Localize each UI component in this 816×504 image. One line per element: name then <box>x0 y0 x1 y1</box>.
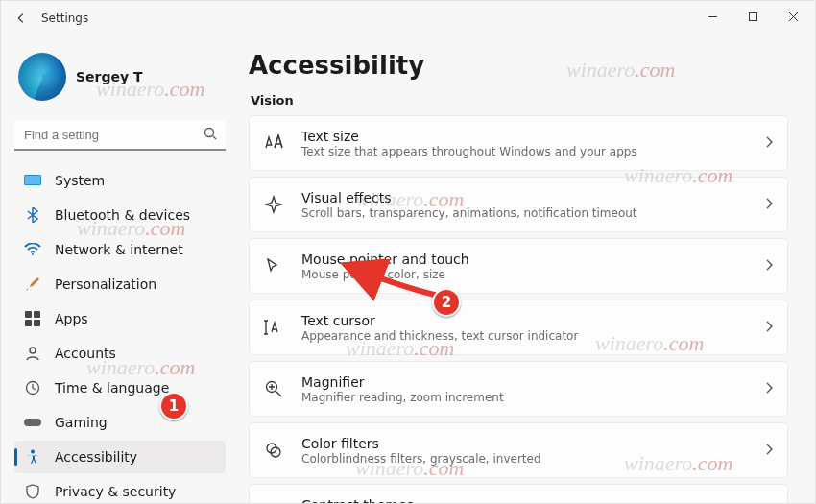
search-input[interactable] <box>14 120 226 151</box>
sidebar-item-time[interactable]: Time & language <box>14 372 226 404</box>
settings-window: Settings Sergey T <box>0 0 816 504</box>
sidebar-item-label: Accessibility <box>55 449 137 465</box>
card-text: Text cursor Appearance and thickness, te… <box>301 313 747 343</box>
page-title: Accessibility <box>249 51 788 80</box>
sidebar-item-accessibility[interactable]: Accessibility <box>14 441 226 473</box>
chevron-right-icon <box>764 380 774 398</box>
minimize-button[interactable] <box>692 3 732 30</box>
annotation-badge-1: 1 <box>159 392 188 420</box>
color-filters-icon <box>263 440 284 461</box>
sidebar-nav: System Bluetooth & devices Network & int… <box>14 164 226 504</box>
card-text: Magnifier Magnifier reading, zoom increm… <box>301 374 747 404</box>
svg-rect-7 <box>25 320 32 326</box>
sidebar-item-label: Privacy & security <box>55 484 176 499</box>
card-color-filters[interactable]: Color filters Colorblindness filters, gr… <box>249 422 788 478</box>
chevron-right-icon <box>764 134 774 153</box>
chevron-right-icon <box>764 196 774 214</box>
card-text-size[interactable]: Text size Text size that appears through… <box>249 115 788 171</box>
app-title: Settings <box>41 12 88 25</box>
card-title: Color filters <box>301 436 747 451</box>
person-icon <box>24 345 41 362</box>
svg-point-14 <box>267 444 276 453</box>
card-subtitle: Colorblindness filters, grayscale, inver… <box>301 452 747 466</box>
sparkle-icon <box>263 194 284 215</box>
card-text: Color filters Colorblindness filters, gr… <box>301 436 747 466</box>
card-subtitle: Text size that appears throughout Window… <box>301 145 747 158</box>
sidebar-item-accounts[interactable]: Accounts <box>14 337 226 370</box>
text-cursor-icon <box>263 317 284 338</box>
text-size-icon <box>263 132 284 154</box>
sidebar-item-personalization[interactable]: Personalization <box>14 268 226 300</box>
shield-icon <box>24 483 41 500</box>
gamepad-icon <box>24 414 41 431</box>
sidebar-item-label: Time & language <box>55 380 169 396</box>
svg-rect-8 <box>34 320 40 326</box>
card-title: Mouse pointer and touch <box>301 252 747 267</box>
card-magnifier[interactable]: Magnifier Magnifier reading, zoom increm… <box>249 361 788 417</box>
system-icon <box>24 172 41 189</box>
account-block[interactable]: Sergey T <box>14 45 226 114</box>
content-area[interactable]: Accessibility Vision Text size Text size… <box>239 36 815 503</box>
sidebar-item-privacy[interactable]: Privacy & security <box>14 475 226 504</box>
account-name: Sergey T <box>76 69 143 84</box>
svg-point-12 <box>31 450 35 454</box>
contrast-icon <box>263 501 284 503</box>
body: Sergey T System <box>1 36 815 503</box>
sidebar-item-system[interactable]: System <box>14 164 226 197</box>
wifi-icon <box>24 241 41 258</box>
sidebar-item-label: Gaming <box>55 415 108 430</box>
card-mouse-pointer[interactable]: Mouse pointer and touch Mouse pointer co… <box>249 238 788 294</box>
bluetooth-icon <box>24 206 41 224</box>
card-title: Text cursor <box>301 313 747 328</box>
card-text: Mouse pointer and touch Mouse pointer co… <box>301 252 747 281</box>
card-text: Contrast themes Color themes for low vis… <box>301 497 747 504</box>
minimize-icon <box>708 12 718 22</box>
cursor-icon <box>263 255 284 276</box>
sidebar-item-bluetooth[interactable]: Bluetooth & devices <box>14 199 226 231</box>
chevron-right-icon <box>764 257 774 276</box>
svg-point-1 <box>205 129 214 137</box>
card-visual-effects[interactable]: Visual effects Scroll bars, transparency… <box>249 177 788 232</box>
svg-rect-6 <box>34 311 40 318</box>
svg-point-15 <box>271 447 280 457</box>
chevron-right-icon <box>764 442 774 460</box>
sidebar-item-apps[interactable]: Apps <box>14 302 226 335</box>
maximize-button[interactable] <box>732 3 773 30</box>
card-subtitle: Mouse pointer color, size <box>301 268 747 281</box>
sidebar-item-label: System <box>55 173 105 188</box>
sidebar-item-gaming[interactable]: Gaming <box>14 406 226 439</box>
svg-point-4 <box>32 253 34 255</box>
svg-rect-3 <box>25 176 40 184</box>
sidebar-item-label: Bluetooth & devices <box>55 207 190 223</box>
card-title: Text size <box>301 129 747 144</box>
sidebar-item-label: Personalization <box>55 276 156 292</box>
back-button[interactable] <box>5 3 37 34</box>
window-controls <box>692 3 813 30</box>
svg-rect-11 <box>24 419 41 426</box>
paintbrush-icon <box>24 276 41 293</box>
svg-rect-5 <box>25 311 32 318</box>
card-text-cursor[interactable]: Text cursor Appearance and thickness, te… <box>249 300 788 355</box>
card-text: Visual effects Scroll bars, transparency… <box>301 190 747 220</box>
sidebar-item-label: Network & internet <box>55 242 183 257</box>
close-button[interactable] <box>773 3 813 30</box>
card-title: Magnifier <box>301 374 747 390</box>
maximize-icon <box>748 12 758 22</box>
search-icon <box>203 126 218 145</box>
sidebar-item-network[interactable]: Network & internet <box>14 233 226 266</box>
chevron-right-icon <box>764 503 774 504</box>
clock-globe-icon <box>24 379 41 396</box>
chevron-right-icon <box>764 319 774 337</box>
svg-point-9 <box>30 348 36 353</box>
magnifier-plus-icon <box>263 378 284 399</box>
sidebar-item-label: Apps <box>55 311 88 326</box>
svg-rect-0 <box>749 12 756 20</box>
card-subtitle: Scroll bars, transparency, animations, n… <box>301 206 747 220</box>
accessibility-icon <box>24 448 41 466</box>
annotation-badge-2: 2 <box>432 288 461 317</box>
sidebar-item-label: Accounts <box>55 346 116 361</box>
card-title: Visual effects <box>301 190 747 205</box>
search-box <box>14 120 226 151</box>
card-contrast-themes[interactable]: Contrast themes Color themes for low vis… <box>249 484 788 503</box>
apps-icon <box>24 310 41 327</box>
